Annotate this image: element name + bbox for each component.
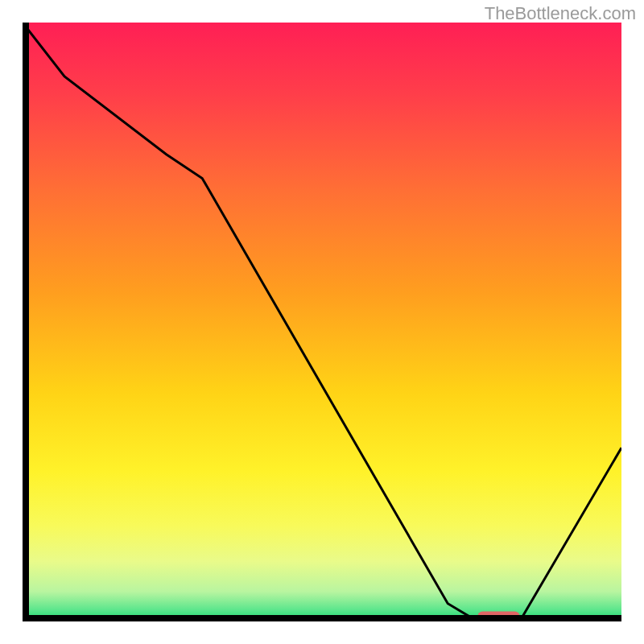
optimal-zone-marker (477, 612, 519, 621)
plot-area (23, 23, 621, 621)
chart-svg (23, 23, 621, 621)
chart-container: TheBottleneck.com (0, 0, 644, 644)
watermark-text: TheBottleneck.com (485, 3, 636, 24)
